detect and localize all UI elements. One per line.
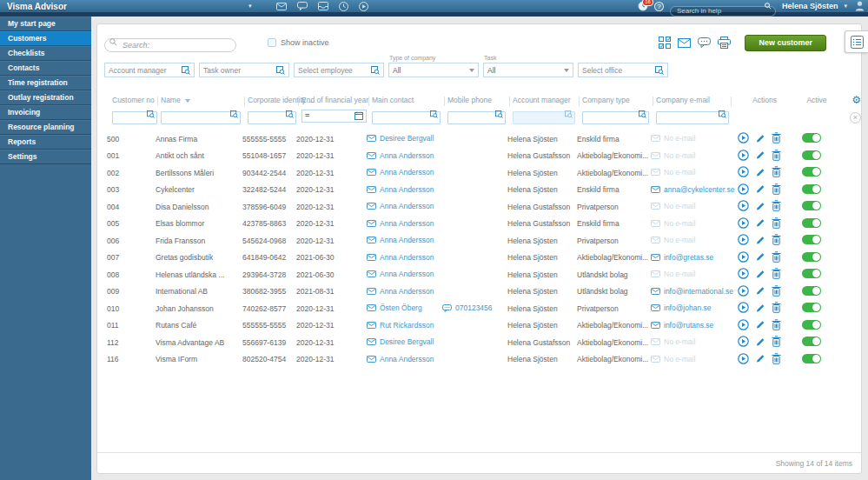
user-menu-caret-icon[interactable]: ▾ xyxy=(844,3,847,10)
start-time-registration-icon[interactable] xyxy=(738,302,749,313)
avatar[interactable] xyxy=(855,1,865,11)
active-toggle[interactable] xyxy=(802,184,821,194)
clear-filters-icon[interactable]: × xyxy=(850,112,861,123)
active-toggle[interactable] xyxy=(802,252,821,262)
active-toggle[interactable] xyxy=(802,337,821,346)
main-contact-link[interactable]: Anna Andersson xyxy=(367,270,434,278)
col-header-company-email[interactable]: Company e-mail xyxy=(656,96,734,104)
play-icon[interactable] xyxy=(359,2,368,11)
start-time-registration-icon[interactable] xyxy=(738,200,749,211)
company-email-link[interactable]: No e-mail xyxy=(651,134,695,143)
company-email-link[interactable]: info@gretas.se xyxy=(651,253,713,262)
start-time-registration-icon[interactable] xyxy=(738,251,749,263)
company-email-link[interactable]: anna@cykelcenter.se xyxy=(651,185,734,194)
active-toggle[interactable] xyxy=(802,167,821,177)
col-header-corporate-identity[interactable]: Corporate identity ... xyxy=(248,96,301,104)
company-email-link[interactable]: No e-mail xyxy=(651,355,695,363)
delete-trash-icon[interactable] xyxy=(772,353,781,364)
main-contact-link[interactable]: Anna Andersson xyxy=(367,151,434,160)
main-contact-link[interactable]: Desiree Bergvall xyxy=(367,134,434,143)
app-menu-caret-icon[interactable]: ▾ xyxy=(248,3,252,10)
main-contact-link[interactable]: Anna Andersson xyxy=(367,236,434,244)
col-header-customer-no[interactable]: Customer no xyxy=(103,96,161,104)
active-toggle[interactable] xyxy=(802,286,821,296)
start-time-registration-icon[interactable] xyxy=(738,183,749,195)
inbox-icon[interactable] xyxy=(318,2,328,10)
col-header-end-of-financial-year[interactable]: End of financial year xyxy=(301,96,372,104)
main-contact-link[interactable]: Desiree Bergvall xyxy=(367,337,434,346)
notifications-clock-icon[interactable]: 16 xyxy=(638,1,648,11)
main-contact-link[interactable]: Rut Rickardsson xyxy=(367,321,434,330)
delete-trash-icon[interactable] xyxy=(772,132,781,143)
customer-search-input[interactable] xyxy=(104,38,236,52)
sidebar-item[interactable]: Customers xyxy=(0,31,91,46)
bulk-select-grid-icon[interactable] xyxy=(659,37,671,49)
main-contact-link[interactable]: Östen Öberg xyxy=(367,303,422,312)
show-inactive-toggle[interactable]: Show inactive xyxy=(268,38,329,47)
col-header-main-contact[interactable]: Main contact xyxy=(372,96,447,104)
start-time-registration-icon[interactable] xyxy=(738,217,749,229)
main-contact-link[interactable]: Anna Andersson xyxy=(367,185,434,194)
active-toggle[interactable] xyxy=(802,354,821,363)
active-toggle[interactable] xyxy=(802,218,821,228)
sidebar-item[interactable]: Time registration xyxy=(0,76,91,90)
active-toggle[interactable] xyxy=(802,150,821,160)
send-email-icon[interactable] xyxy=(678,38,691,48)
active-toggle[interactable] xyxy=(802,320,821,330)
delete-trash-icon[interactable] xyxy=(772,183,781,195)
delete-trash-icon[interactable] xyxy=(772,166,781,177)
edit-pencil-icon[interactable] xyxy=(755,217,765,228)
print-icon[interactable] xyxy=(718,37,731,49)
edit-pencil-icon[interactable] xyxy=(755,201,765,211)
sidebar-item[interactable]: Settings xyxy=(0,150,91,164)
start-time-registration-icon[interactable] xyxy=(738,319,749,330)
start-time-registration-icon[interactable] xyxy=(738,268,749,279)
col-header-company-type[interactable]: Company type xyxy=(582,96,656,104)
company-email-link[interactable]: info@rutans.se xyxy=(651,321,713,330)
active-toggle[interactable] xyxy=(802,235,821,244)
sidebar-item[interactable]: Invoicing xyxy=(0,105,91,120)
edit-pencil-icon[interactable] xyxy=(755,150,765,160)
edit-pencil-icon[interactable] xyxy=(755,183,765,194)
main-contact-link[interactable]: Anna Andersson xyxy=(367,253,434,262)
help-icon[interactable]: ? xyxy=(654,2,664,11)
edit-pencil-icon[interactable] xyxy=(755,167,765,177)
company-email-link[interactable]: No e-mail xyxy=(651,151,695,160)
company-email-link[interactable]: No e-mail xyxy=(651,168,695,177)
start-time-registration-icon[interactable] xyxy=(738,285,749,297)
office-filter[interactable]: Select office xyxy=(578,63,668,77)
sidebar-item[interactable]: Outlay registration xyxy=(0,90,91,105)
delete-trash-icon[interactable] xyxy=(772,268,781,279)
task-select[interactable]: All xyxy=(483,63,573,77)
col-header-account-manager[interactable]: Account manager xyxy=(513,96,582,104)
company-email-link[interactable]: No e-mail xyxy=(651,337,695,346)
delete-trash-icon[interactable] xyxy=(772,150,781,161)
delete-trash-icon[interactable] xyxy=(772,200,781,211)
start-time-registration-icon[interactable] xyxy=(738,234,749,245)
edit-pencil-icon[interactable] xyxy=(755,353,765,363)
new-customer-button[interactable]: New customer xyxy=(745,35,826,51)
chat-icon[interactable] xyxy=(297,2,308,10)
message-icon[interactable] xyxy=(698,37,711,48)
start-time-registration-icon[interactable] xyxy=(738,353,749,364)
delete-trash-icon[interactable] xyxy=(772,302,781,313)
sidebar-item[interactable]: Reports xyxy=(0,135,91,150)
edit-pencil-icon[interactable] xyxy=(755,337,765,347)
edit-pencil-icon[interactable] xyxy=(755,303,765,313)
delete-trash-icon[interactable] xyxy=(772,217,781,229)
equals-operator[interactable]: = xyxy=(305,111,309,120)
main-contact-link[interactable]: Anna Andersson xyxy=(367,202,434,210)
filter-input-financial-year[interactable]: = xyxy=(301,110,367,123)
company-email-link[interactable]: info@international.se xyxy=(651,287,733,296)
col-header-name[interactable]: Name xyxy=(161,96,248,104)
type-of-company-select[interactable]: All xyxy=(388,63,479,77)
sidebar-item[interactable]: My start page xyxy=(0,17,91,31)
main-contact-link[interactable]: Anna Andersson xyxy=(367,355,434,363)
active-toggle[interactable] xyxy=(802,133,821,143)
show-inactive-checkbox[interactable] xyxy=(268,38,276,47)
mail-icon[interactable] xyxy=(276,3,287,10)
col-header-mobile-phone[interactable]: Mobile phone xyxy=(447,96,513,104)
edit-pencil-icon[interactable] xyxy=(755,285,765,296)
main-contact-link[interactable]: Anna Andersson xyxy=(367,219,434,228)
column-settings-gear-icon[interactable]: ⚙ xyxy=(851,94,861,106)
